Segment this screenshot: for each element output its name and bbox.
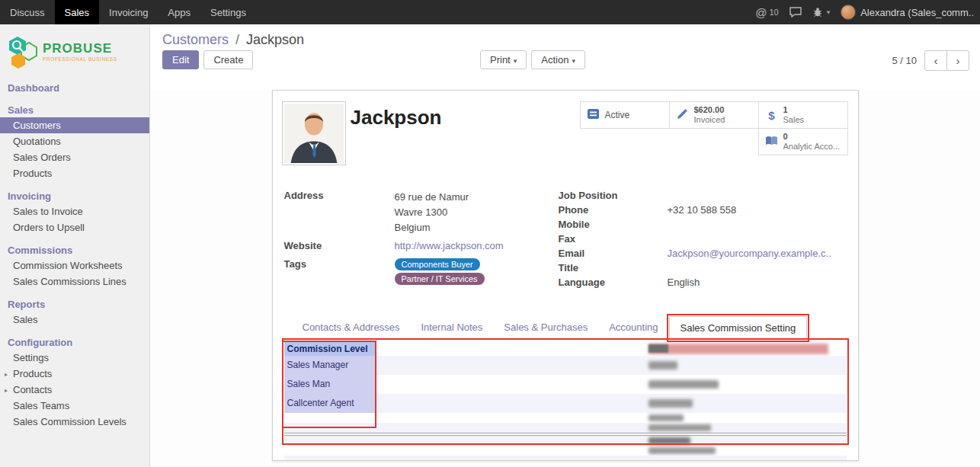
sidebar-item-label: Products (13, 368, 52, 379)
commission-levels-table: Commission Level Sales Manager Sales Man… (284, 342, 847, 460)
phone-value[interactable]: +32 10 588 558 (668, 204, 737, 216)
sales-stat-button[interactable]: $ 1 Sales (758, 101, 848, 129)
commission-level-cell[interactable]: Sales Man (284, 375, 376, 394)
redacted-value-blur (649, 447, 716, 454)
sales-label: Sales (783, 115, 805, 125)
commission-level-cell[interactable]: Callcenter Agent (284, 394, 376, 413)
invoiced-amount: $620.00 (694, 105, 725, 115)
commission-level-cell[interactable]: Sales Manager (284, 356, 376, 375)
invoiced-stat-button[interactable]: $620.00 Invoiced (669, 101, 759, 129)
field-groups: Address 69 rue de Namur Wavre 1300 Belgi… (284, 190, 847, 291)
breadcrumb: Customers / Jackpson (162, 32, 304, 48)
table-row[interactable] (284, 446, 847, 456)
pager-previous-button[interactable]: ‹ (924, 50, 947, 71)
expand-arrow-icon: ▸ (5, 386, 8, 393)
print-dropdown-button[interactable]: Print▾ (480, 50, 527, 69)
dollar-icon: $ (763, 109, 781, 122)
sidebar-item-products[interactable]: Products (0, 165, 149, 181)
logo-name: PROBUSE (43, 42, 117, 55)
tab-accounting[interactable]: Accounting (598, 316, 668, 339)
customer-name-title: Jackpson (351, 106, 442, 130)
breadcrumb-current: Jackpson (246, 32, 304, 47)
mentions-button[interactable]: @ 10 (755, 6, 778, 19)
table-header-row: Commission Level (284, 342, 847, 356)
tab-sales-purchases[interactable]: Sales & Purchases (493, 316, 598, 339)
sidebar-item-settings[interactable]: Settings (0, 350, 149, 366)
control-panel: Customers / Jackpson Edit Create Print▾ … (150, 24, 980, 90)
table-row[interactable] (284, 413, 847, 423)
action-dropdown-button[interactable]: Action▾ (531, 50, 585, 69)
sidebar-item-sales-teams[interactable]: Sales Teams (0, 398, 149, 414)
sidebar: PROBUSE PROFESSIONAL BUSINESS Dashboard … (0, 24, 150, 467)
menu-settings[interactable]: Settings (200, 0, 256, 24)
notebook-tabs: Contacts & Addresses Internal Notes Sale… (284, 316, 847, 340)
caret-down-icon: ▾ (514, 57, 517, 65)
sidebar-header-configuration[interactable]: Configuration (0, 334, 149, 350)
email-link[interactable]: Jackpson@yourcompany.example.c.. (668, 248, 831, 260)
table-row[interactable]: Sales Manager (284, 356, 847, 375)
analytic-accounts-stat-button[interactable]: 0 Analytic Acco... (758, 128, 848, 155)
commission-level-column-header[interactable]: Commission Level (284, 342, 376, 356)
tags-label: Tags (284, 258, 395, 285)
sidebar-item-customers[interactable]: Customers (0, 117, 149, 133)
sidebar-header-dashboard[interactable]: Dashboard (0, 79, 149, 95)
active-stat-button[interactable]: Active (580, 101, 670, 129)
sidebar-item-commission-worksheets[interactable]: Commission Worksheets (0, 257, 149, 273)
sidebar-item-config-products[interactable]: ▸ Products (0, 366, 149, 382)
language-label: Language (559, 277, 668, 289)
sidebar-item-sales-orders[interactable]: Sales Orders (0, 149, 149, 165)
email-label: Email (559, 248, 668, 260)
analytic-label: Analytic Acco... (783, 142, 841, 152)
table-row[interactable] (284, 423, 847, 433)
redacted-header-blur (649, 344, 828, 354)
tab-contacts-addresses[interactable]: Contacts & Addresses (292, 316, 411, 339)
sidebar-item-sales-commissions-lines[interactable]: Sales Commissions Lines (0, 273, 149, 289)
website-label: Website (284, 240, 395, 252)
create-button[interactable]: Create (203, 50, 253, 69)
sidebar-nav: Dashboard Sales Customers Quotations Sal… (0, 79, 149, 430)
tags-field: Components Buyer Partner / IT Services (395, 258, 485, 285)
tag-components-buyer[interactable]: Components Buyer (395, 258, 480, 270)
sidebar-header-invoicing[interactable]: Invoicing (0, 187, 149, 203)
table-row[interactable]: Callcenter Agent (284, 394, 847, 413)
probuse-logo-icon (8, 35, 38, 69)
active-toggle-icon (584, 108, 603, 122)
sidebar-item-sales-commission-levels[interactable]: Sales Commission Levels (0, 414, 149, 430)
menu-invoicing[interactable]: Invoicing (99, 0, 158, 24)
menu-discuss[interactable]: Discuss (0, 0, 55, 24)
customer-form-sheet: Jackpson Active $620.00 Invoiced (272, 90, 859, 461)
bug-icon (812, 7, 823, 18)
redacted-value-blur (649, 437, 690, 444)
table-row[interactable]: Sales Man (284, 375, 847, 394)
logo-tagline: PROFESSIONAL BUSINESS (43, 56, 117, 62)
menu-sales[interactable]: Sales (55, 0, 100, 24)
chevron-right-icon: › (956, 54, 960, 67)
sidebar-header-commissions[interactable]: Commissions (0, 241, 149, 257)
chat-button[interactable] (789, 7, 802, 18)
tag-partner-it-services[interactable]: Partner / IT Services (395, 273, 485, 285)
sidebar-item-sales-to-invoice[interactable]: Sales to Invoice (0, 203, 149, 219)
user-menu[interactable]: Alexandra (Sales_comm.. (841, 5, 974, 20)
redacted-value-blur (649, 414, 684, 421)
language-value[interactable]: English (668, 277, 700, 289)
edit-button[interactable]: Edit (162, 50, 199, 69)
customer-avatar[interactable] (282, 101, 346, 165)
sidebar-item-reports-sales[interactable]: Sales (0, 312, 149, 328)
sidebar-item-config-contacts[interactable]: ▸ Contacts (0, 382, 149, 398)
tab-internal-notes[interactable]: Internal Notes (410, 316, 493, 339)
debug-menu-button[interactable]: ▾ (812, 7, 831, 18)
chat-icon (789, 7, 802, 18)
sidebar-header-reports[interactable]: Reports (0, 296, 149, 312)
sidebar-item-quotations[interactable]: Quotations (0, 133, 149, 149)
website-link[interactable]: http://www.jackpson.com (395, 240, 504, 252)
topbar: Discuss Sales Invoicing Apps Settings @ … (0, 0, 980, 24)
menu-apps[interactable]: Apps (158, 0, 200, 24)
sidebar-header-sales[interactable]: Sales (0, 101, 149, 117)
table-row[interactable] (284, 436, 847, 446)
address-value[interactable]: 69 rue de Namur Wavre 1300 Belgium (395, 190, 469, 235)
breadcrumb-customers-link[interactable]: Customers (162, 32, 229, 47)
tab-sales-commission-setting[interactable]: Sales Commission Setting (669, 316, 808, 340)
mobile-label: Mobile (559, 219, 668, 231)
sidebar-item-orders-to-upsell[interactable]: Orders to Upsell (0, 219, 149, 235)
pager-next-button[interactable]: › (946, 50, 969, 71)
